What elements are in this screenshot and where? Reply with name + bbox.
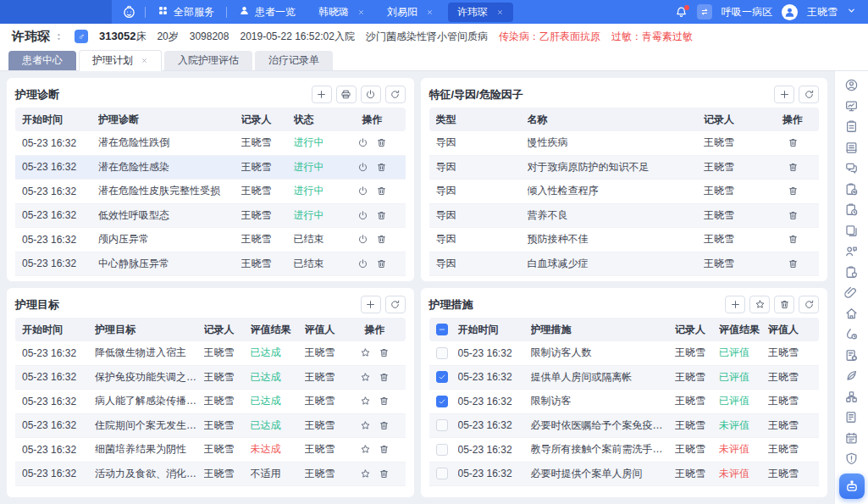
table-row[interactable]: 05-23 16:32潜在危险性皮肤完整性受损王晓雪进行中 [15,180,406,204]
leaf-icon[interactable] [844,368,859,383]
table-row[interactable]: 05-23 16:32颅内压异常王晓雪已结束 [15,228,406,252]
refresh-button[interactable] [385,86,406,103]
trash-button[interactable] [788,186,799,197]
shield-alert-icon[interactable] [844,451,859,466]
trash-button[interactable] [379,444,390,455]
table-row[interactable]: 导因预防接种不佳王晓雪 [429,228,820,252]
table-row[interactable]: 导因慢性疾病王晓雪 [429,131,820,156]
row-checkbox[interactable] [436,396,448,407]
notification-bell-icon[interactable] [675,6,688,19]
table-row[interactable]: 05-23 16:32中心静脉压异常王晓雪已结束 [15,252,406,277]
user-avatar[interactable] [782,4,798,20]
trash-button[interactable] [379,347,390,358]
star-button[interactable] [360,420,371,431]
trash-button[interactable] [379,372,390,383]
power-button[interactable] [357,186,368,197]
trash-button[interactable] [376,137,387,148]
star-button[interactable] [360,444,371,455]
clipboard-icon[interactable] [844,119,859,134]
trash-button[interactable] [376,186,387,197]
power-button[interactable] [357,234,368,245]
select-all-checkbox[interactable] [436,324,448,335]
star-button[interactable] [749,296,770,313]
trash-button[interactable] [788,137,799,148]
row-checkbox[interactable] [436,444,448,456]
doc-gear-icon[interactable] [844,348,859,363]
patient-tab-1[interactable]: 韩晓璐 [307,0,376,24]
paperclip-icon[interactable] [844,285,859,300]
table-row[interactable]: 05-23 16:32细菌培养结果为阴性王晓雪未达成王晓雪 [15,438,406,462]
copy-icon[interactable] [844,224,859,238]
row-checkbox[interactable] [436,468,448,479]
trash-button[interactable] [788,210,799,221]
plus-button[interactable] [361,296,381,313]
chevron-down-icon[interactable] [847,6,856,18]
sort-icon[interactable] [54,32,64,42]
power-button[interactable] [357,137,368,148]
table-row[interactable]: 导因倾入性检查程序王晓雪 [429,180,820,204]
row-checkbox[interactable] [436,371,448,383]
trash-button[interactable] [379,396,390,407]
org-chart-icon[interactable] [844,390,859,404]
table-row[interactable]: 导因营养不良王晓雪 [429,204,820,229]
table-row[interactable]: 导因对于致病原防护的知识不足王晓雪 [429,156,820,180]
close-icon[interactable] [496,8,504,16]
clipboard-pulse-icon[interactable] [844,182,859,197]
table-row[interactable]: 05-23 16:32潜在危险性感染王晓雪进行中 [15,156,406,180]
table-row[interactable]: 05-23 16:32活动力及食欲、消化良好王晓雪不适用王晓雪 [15,462,406,487]
app-logo-icon[interactable] [122,5,136,19]
plus-button[interactable] [312,86,332,103]
close-icon[interactable] [141,57,148,64]
doc-list-icon[interactable] [844,410,859,424]
table-row[interactable]: 导因白血球减少症王晓雪 [429,252,820,277]
tab-3[interactable]: 入院护理评估 [164,51,252,70]
refresh-button[interactable] [799,86,819,103]
calendar-icon[interactable] [844,431,859,446]
drop-clock-icon[interactable] [844,327,859,341]
table-row[interactable]: 05-23 16:32低效性呼吸型态王晓雪进行中 [15,204,406,229]
home-lamp-icon[interactable] [844,307,859,321]
trash-button[interactable] [376,162,387,173]
table-row[interactable]: 05-23 16:32保护免疫功能失调之个体…王晓雪已达成王晓雪 [15,366,406,390]
switch-ward-icon[interactable] [697,4,712,19]
tab-1[interactable]: 患者中心 [8,51,76,70]
plus-button[interactable] [774,86,794,103]
user-circle-icon[interactable] [844,78,859,92]
person-chat-icon[interactable] [844,244,859,258]
refresh-button[interactable] [799,296,819,313]
table-row[interactable]: 05-23 16:32潜在危险性跌倒王晓雪进行中 [15,131,406,156]
table-row[interactable]: 05-23 16:32限制访客人数王晓雪已评值王晓雪 [429,341,820,366]
table-row[interactable]: 05-23 16:32降低微生物进入宿主王晓雪已达成王晓雪 [15,341,406,366]
power-button[interactable] [357,210,368,221]
patient-tab-3[interactable]: 许玮琛 [445,0,517,24]
clipboard-shield-icon[interactable] [844,265,859,280]
power-button[interactable] [361,86,381,103]
table-row[interactable]: 05-23 16:32病人能了解感染传播的危…王晓雪已达成王晓雪 [15,390,406,414]
trash-button[interactable] [379,420,390,431]
trash-button[interactable] [376,234,387,245]
robot-assistant-button[interactable] [839,474,865,499]
book-icon[interactable] [844,141,859,155]
table-row[interactable]: 05-23 16:32必要时依医嘱给予个案免疫球蛋白王晓雪未评值王晓雪 [429,414,820,439]
trash-button[interactable] [788,162,799,173]
ward-label[interactable]: 呼吸一病区 [721,5,772,19]
star-button[interactable] [360,468,371,479]
tab-4[interactable]: 治疗记录单 [255,51,333,70]
printer-button[interactable] [336,86,357,103]
close-icon[interactable] [426,8,434,16]
trash-button[interactable] [788,234,799,245]
trash-button[interactable] [376,210,387,221]
power-button[interactable] [357,258,368,269]
star-button[interactable] [360,347,371,358]
star-button[interactable] [360,396,371,407]
chart-board-icon[interactable] [844,99,859,114]
patient-tab-2[interactable]: 刘易阳 [376,0,445,24]
table-row[interactable]: 05-23 16:32住院期间个案无发生感染…王晓雪已达成王晓雪 [15,414,406,439]
trash-button[interactable] [788,258,799,269]
refresh-button[interactable] [385,296,406,313]
table-row[interactable]: 05-23 16:32教导所有接触个案前需洗手及戴口罩王晓雪未评值王晓雪 [429,438,820,462]
plus-button[interactable] [725,296,745,313]
nav-patient-list[interactable]: 患者一览 [227,0,307,24]
table-row[interactable]: 05-23 16:32限制访客王晓雪已评值王晓雪 [429,390,820,414]
nav-all-services[interactable]: 全部服务 [146,0,226,24]
